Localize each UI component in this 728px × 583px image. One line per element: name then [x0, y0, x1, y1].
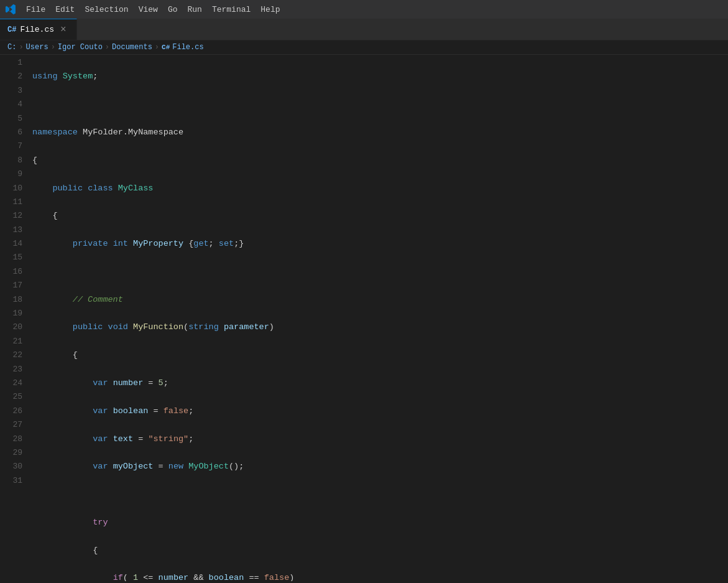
breadcrumb-filename: File.cs [172, 43, 203, 52]
menu-help[interactable]: Help [256, 2, 285, 17]
code-line-5: public class MyClass [32, 182, 728, 195]
code-line-15: var myObject = new MyObject(); [32, 460, 728, 473]
code-line-6: { [32, 209, 728, 223]
code-line-16 [32, 488, 728, 501]
menu-go[interactable]: Go [163, 2, 183, 17]
code-line-7: private int MyProperty {get; set;} [32, 237, 728, 251]
code-line-8 [32, 265, 728, 279]
code-line-10: public void MyFunction(string parameter) [32, 320, 728, 334]
menu-selection[interactable]: Selection [80, 2, 133, 17]
breadcrumb-documents[interactable]: Documents [112, 43, 152, 52]
code-line-13: var boolean = false; [32, 404, 728, 418]
menu-bar: File Edit Selection View Go Run Terminal… [21, 2, 285, 17]
editor[interactable]: 1 2 3 4 5 6 7 8 9 10 11 12 13 14 15 16 1… [0, 55, 728, 581]
breadcrumb-username[interactable]: Igor Couto [58, 43, 103, 52]
code-line-17: try [32, 516, 728, 529]
menu-edit[interactable]: Edit [50, 2, 80, 17]
code-line-9: // Comment [32, 293, 728, 307]
breadcrumb: C: › Users › Igor Couto › Documents › C#… [0, 40, 728, 55]
code-line-3: namespace MyFolder.MyNamespace [32, 126, 728, 139]
menu-terminal[interactable]: Terminal [207, 2, 256, 17]
code-line-2 [32, 98, 728, 111]
menu-file[interactable]: File [21, 2, 50, 17]
title-bar: File Edit Selection View Go Run Terminal… [0, 0, 728, 19]
code-line-18: { [32, 544, 728, 557]
tab-close-button[interactable]: × [58, 24, 69, 36]
breadcrumb-file-icon: C# [162, 44, 170, 51]
tab-label: File.cs [20, 25, 54, 34]
code-line-11: { [32, 348, 728, 362]
code-line-19: if( 1 <= number && boolean == false) [32, 571, 728, 581]
code-line-12: var number = 5; [32, 376, 728, 390]
code-line-4: { [32, 154, 728, 167]
code-area[interactable]: using System; namespace MyFolder.MyNames… [30, 55, 728, 581]
code-line-1: using System; [32, 70, 728, 83]
tab-bar: C# File.cs × [0, 19, 728, 40]
code-line-14: var text = "string"; [32, 432, 728, 446]
file-tab[interactable]: C# File.cs × [0, 19, 77, 40]
line-numbers: 1 2 3 4 5 6 7 8 9 10 11 12 13 14 15 16 1… [0, 55, 30, 581]
breadcrumb-drive[interactable]: C: [7, 43, 16, 52]
menu-view[interactable]: View [134, 2, 163, 17]
breadcrumb-users[interactable]: Users [26, 43, 48, 52]
breadcrumb-file[interactable]: C# File.cs [162, 43, 204, 52]
menu-run[interactable]: Run [182, 2, 206, 17]
vscode-icon [5, 4, 16, 15]
tab-filetype-icon: C# [7, 26, 16, 34]
